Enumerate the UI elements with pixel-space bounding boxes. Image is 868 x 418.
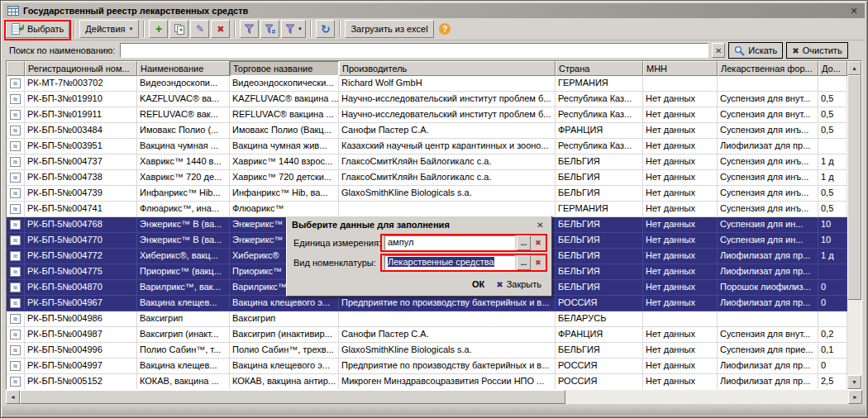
cell-dose[interactable]: 0,5 <box>818 107 847 123</box>
horizontal-scroll-thumb[interactable] <box>20 390 565 404</box>
cell-dosage-form[interactable]: Суспензия для инъ... <box>718 202 818 217</box>
cell-name[interactable]: Ваксигрип <box>137 311 230 327</box>
table-row[interactable]: ≈РК-БП-5№004986ВаксигрипВаксигрипБЕЛАРУС… <box>7 311 847 327</box>
cell-dose[interactable]: 0,2 <box>818 327 847 343</box>
cell-reg-number[interactable]: РК-БП-5№004996 <box>25 343 137 359</box>
cell-mnn[interactable]: Нет данных <box>643 264 718 280</box>
dialog-close-button[interactable]: ✕ <box>534 219 546 230</box>
nomenclature-clear-button[interactable]: ✖ <box>532 256 544 269</box>
cell-name[interactable]: Приорикс™ (вакц... <box>137 264 230 280</box>
cell-name[interactable]: Вакцина клещев... <box>137 359 230 374</box>
table-row[interactable]: ≈РК-БП-5№005152КОКАВ, вакцина ...КОКАВ, … <box>7 374 847 389</box>
cell-reg-number[interactable]: РК-БП-5№004967 <box>25 296 137 311</box>
cell-dosage-form[interactable]: Лиофилизат для пр... <box>718 249 818 264</box>
cell-name[interactable]: Ваксигрип (инакт... <box>137 327 230 343</box>
cell-trade-name[interactable]: REFLUVAC® вакцина ... <box>230 107 339 123</box>
cell-name[interactable]: Флюарикс™, ина... <box>137 202 230 217</box>
cell-country[interactable]: БЕЛЬГИЯ <box>556 217 643 233</box>
find-button[interactable]: Искать <box>728 42 783 59</box>
window-close-button[interactable]: ✕ <box>847 5 861 17</box>
cell-dose[interactable]: 1 д <box>818 154 847 170</box>
cell-dose[interactable] <box>818 264 847 280</box>
cell-trade-name[interactable]: Имовакс Полио (Вакц... <box>230 123 339 139</box>
cell-reg-number[interactable]: РК-БП-5№004737 <box>25 154 137 170</box>
filter-sort-button[interactable] <box>240 20 259 38</box>
scroll-down-button[interactable]: ▼ <box>847 375 861 389</box>
cell-manufacturer[interactable]: Санофи Пастер С.А. <box>339 327 556 343</box>
cell-manufacturer[interactable]: Научно-исследовательский институт пробле… <box>339 92 556 107</box>
cell-reg-number[interactable]: РК-БП-5№003484 <box>25 123 137 139</box>
table-row[interactable]: ≈РК-БП-5№004739Инфанрикс™ Hib...Инфанрик… <box>7 186 847 202</box>
cell-manufacturer[interactable]: Санофи Пастер С.А. <box>339 123 556 139</box>
cell-mnn[interactable]: Нет данных <box>643 139 718 154</box>
cell-reg-number[interactable]: РК-БП-5№004739 <box>25 186 137 202</box>
cell-mnn[interactable]: Нет данных <box>643 170 718 186</box>
cell-name[interactable]: Инфанрикс™ Hib... <box>137 186 230 202</box>
cell-mnn[interactable]: Нет данных <box>643 217 718 233</box>
cell-dose[interactable]: 0,1 <box>818 343 847 359</box>
cell-reg-number[interactable]: РК-БП-5№004986 <box>25 311 137 327</box>
cell-mnn[interactable]: Нет данных <box>643 107 718 123</box>
cell-reg-number[interactable]: РК-БП-5№005152 <box>25 374 137 389</box>
unit-picker-button[interactable]: ... <box>517 235 531 250</box>
cell-dose[interactable] <box>818 76 847 92</box>
cell-dosage-form[interactable]: Суспензия для ин... <box>718 233 818 249</box>
cell-manufacturer[interactable]: ГлаксоСмитКляйн Байлогикалс с.а. <box>339 154 556 170</box>
load-excel-button[interactable]: Загрузить из excel <box>345 20 433 38</box>
cell-manufacturer[interactable]: Научно-исследовательский институт пробле… <box>339 107 556 123</box>
cell-name[interactable]: Имовакс Полио (... <box>137 123 230 139</box>
cell-reg-number[interactable]: РК-БП-5№003951 <box>25 139 137 154</box>
dialog-close-action-button[interactable]: ✖ Закрыть <box>496 279 541 289</box>
table-row[interactable]: ≈РК-БП-3№019910KAZFLUVAC® ва...KAZFLUVAC… <box>7 92 847 107</box>
cell-name[interactable]: Вакцина чумная ... <box>137 139 230 154</box>
cell-name[interactable]: Хаврикс™ 720 де... <box>137 170 230 186</box>
cell-trade-name[interactable]: Полио Сабин™, трехв... <box>230 343 339 359</box>
cell-dose[interactable]: 0,5 <box>818 202 847 217</box>
cell-name[interactable]: Полио Сабин™, т... <box>137 343 230 359</box>
cell-trade-name[interactable]: Вакцина клещевого э... <box>230 359 339 374</box>
cell-dosage-form[interactable] <box>718 76 818 92</box>
cell-country[interactable]: БЕЛЬГИЯ <box>556 264 643 280</box>
table-row[interactable]: ≈РК-БП-5№003951Вакцина чумная ...Вакцина… <box>7 139 847 154</box>
cell-dosage-form[interactable]: Лиофилизат для пр... <box>718 139 818 154</box>
cell-manufacturer[interactable]: GlaxoSmithKline Biologicals s.a. <box>339 343 556 359</box>
cell-reg-number[interactable]: РК-БП-5№004870 <box>25 280 137 296</box>
column-header-reg-number[interactable]: Регистрационный ном... <box>25 61 137 76</box>
cell-trade-name[interactable]: KAZFLUVAC® вакцина ... <box>230 92 339 107</box>
cell-dosage-form[interactable]: Суспензия для инъ... <box>718 154 818 170</box>
cell-dosage-form[interactable]: Суспензия для инъ... <box>718 170 818 186</box>
cell-country[interactable]: БЕЛЬГИЯ <box>556 343 643 359</box>
ok-button[interactable]: ОК <box>472 279 484 289</box>
cell-trade-name[interactable]: Инфанрикс™ Hib, ва... <box>230 186 339 202</box>
cell-manufacturer[interactable]: Микроген Минздравсоцразвития России НПО … <box>339 374 556 389</box>
cell-dose[interactable] <box>818 311 847 327</box>
cell-dosage-form[interactable]: Порошок лиофилиз... <box>718 280 818 296</box>
cell-reg-number[interactable]: РК-БП-5№004772 <box>25 249 137 264</box>
cell-trade-name[interactable]: КОКАВ, вакцина антир... <box>230 374 339 389</box>
cell-mnn[interactable]: Нет данных <box>643 186 718 202</box>
cell-country[interactable]: БЕЛЬГИЯ <box>556 170 643 186</box>
cell-manufacturer[interactable]: Казахский научный центр карантинных и зо… <box>339 139 556 154</box>
cell-manufacturer[interactable]: GlaxoSmithKline Biologicals s.a. <box>339 186 556 202</box>
cell-dose[interactable]: 1 д <box>818 249 847 264</box>
cell-dosage-form[interactable]: Суспензия для внут... <box>718 327 818 343</box>
cell-country[interactable]: Республика Каз... <box>556 139 643 154</box>
cell-name[interactable]: REFLUVAC® вак... <box>137 107 230 123</box>
cell-mnn[interactable]: Нет данных <box>643 327 718 343</box>
column-header-marker[interactable] <box>7 61 25 76</box>
cell-country[interactable]: БЕЛАРУСЬ <box>556 311 643 327</box>
cell-mnn[interactable]: Нет данных <box>643 374 718 389</box>
cell-name[interactable]: Видеоэндоскопи... <box>137 76 230 92</box>
cell-manufacturer[interactable]: Richard Wolf GmbH <box>339 76 556 92</box>
cell-reg-number[interactable]: РК-БП-5№004738 <box>25 170 137 186</box>
table-row[interactable]: ≈РК-БП-5№003484Имовакс Полио (...Имовакс… <box>7 123 847 139</box>
filter-by-value-button[interactable] <box>260 20 279 38</box>
cell-name[interactable]: Варилрикс™, вак... <box>137 280 230 296</box>
vertical-scroll-thumb[interactable] <box>847 75 861 300</box>
cell-reg-number[interactable]: РК-БП-5№004770 <box>25 233 137 249</box>
cell-mnn[interactable]: Нет данных <box>643 359 718 374</box>
select-button[interactable]: Выбрать <box>6 20 69 38</box>
cell-mnn[interactable]: Нет данных <box>643 154 718 170</box>
cell-country[interactable]: РОССИЯ <box>556 374 643 389</box>
cell-mnn[interactable]: Нет данных <box>643 343 718 359</box>
